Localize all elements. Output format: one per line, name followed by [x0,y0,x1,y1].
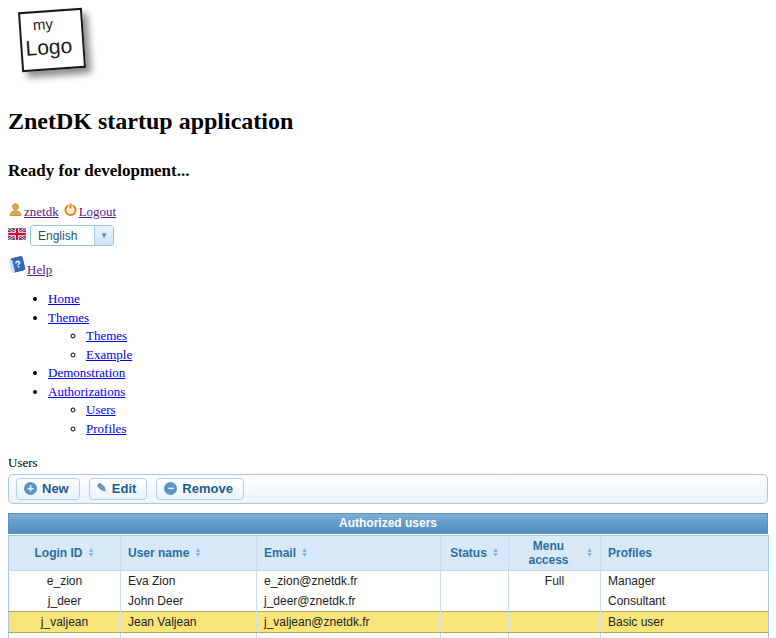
nav-link-home[interactable]: Home [48,291,80,306]
user-icon [8,202,23,221]
nav-item-demonstration: Demonstration [48,365,768,381]
remove-button[interactable]: − Remove [156,478,244,500]
language-row: English ▼ [8,225,768,246]
nav-item-authorizations-users: Users [86,402,768,418]
sort-icon: ▲▼ [194,548,201,557]
nav-link-authorizations[interactable]: Authorizations [48,384,125,399]
nav-link-themes-example[interactable]: Example [86,347,132,362]
nav-link-themes[interactable]: Themes [48,310,89,325]
sort-icon: ▲▼ [88,548,95,557]
plus-circle-icon: + [24,482,37,495]
header-row: Login ID ▲▼ User name ▲▼ Email ▲▼ Status… [9,535,769,570]
cell-user-name: Eva Zion [121,570,257,591]
cell-status [441,570,509,591]
users-table: Login ID ▲▼ User name ▲▼ Email ▲▼ Status… [8,535,769,638]
language-select[interactable]: English ▼ [30,225,114,246]
table-body: e_zion Eva Zion e_zion@znetdk.fr Full Ma… [9,570,769,638]
sort-icon: ▲▼ [586,548,593,557]
nav-sub-themes: Themes Example [48,328,768,363]
cell-login-id: j_valjean [9,611,121,632]
username-link[interactable]: znetdk [24,204,59,220]
logo-line2: Logo [25,33,84,61]
logout-link[interactable]: Logout [79,204,117,220]
main-nav: Home Themes Themes Example Demonstration… [8,291,768,437]
nav-item-themes-themes: Themes [86,328,768,344]
cell-user-name: Pascal Martinez [121,632,257,638]
column-header-profiles: Profiles [601,535,769,570]
chevron-down-icon: ▼ [100,231,108,240]
language-dropdown-button[interactable]: ▼ [94,226,113,245]
column-label: Profiles [608,546,652,560]
cell-profiles: Consultant [601,591,769,612]
nav-link-themes-themes[interactable]: Themes [86,328,127,343]
table-row-p-martinez[interactable]: p_martinez Pascal Martinez p_martinez@zn… [9,632,769,638]
nav-item-authorizations: Authorizations Users Profiles [48,384,768,437]
cell-menu-access [509,591,601,612]
cell-status [441,591,509,612]
table-row-j-deer[interactable]: j_deer John Deer j_deer@znetdk.fr Consul… [9,591,769,612]
edit-button-label: Edit [112,481,137,496]
authorized-users-grid: Authorized users Login ID ▲▼ User name ▲… [8,513,768,638]
cell-login-id: e_zion [9,570,121,591]
cell-menu-access [509,611,601,632]
column-label: Login ID [35,546,83,560]
cell-status [441,632,509,638]
cell-login-id: p_martinez [9,632,121,638]
cell-menu-access: Full [509,570,601,591]
page-subtitle: Ready for development... [8,161,768,181]
column-header-status[interactable]: Status ▲▼ [441,535,509,570]
cell-login-id: j_deer [9,591,121,612]
cell-profiles: Manager [601,570,769,591]
cell-menu-access: Full [509,632,601,638]
help-link[interactable]: Help [27,262,52,278]
user-bar: znetdk Logout [8,202,768,221]
nav-item-authorizations-profiles: Profiles [86,421,768,437]
remove-button-label: Remove [182,481,233,496]
cell-user-name: Jean Valjean [121,611,257,632]
users-panel-label: Users [8,455,768,471]
nav-link-profiles[interactable]: Profiles [86,421,126,436]
cell-email: p_martinez@znetdk.fr [257,632,441,638]
cell-profiles: Basic user [601,611,769,632]
logout-power-icon[interactable] [63,202,78,221]
column-label: Status [450,546,487,560]
sort-icon: ▲▼ [301,548,308,557]
logo: my Logo [18,8,86,72]
new-button-label: New [42,481,69,496]
edit-button[interactable]: ✎ Edit [89,478,148,500]
new-button[interactable]: + New [16,478,80,500]
column-label: User name [128,546,189,560]
help-row: ? Help [8,255,768,278]
language-selected-value: English [31,226,94,245]
sort-icon: ▲▼ [492,548,499,557]
column-header-login-id[interactable]: Login ID ▲▼ [9,535,121,570]
cell-user-name: John Deer [121,591,257,612]
nav-item-themes: Themes Themes Example [48,310,768,363]
nav-link-users[interactable]: Users [86,402,116,417]
help-book-icon[interactable]: ? [8,255,27,278]
nav-item-themes-example: Example [86,347,768,363]
column-label: Email [264,546,296,560]
cell-status [441,611,509,632]
table-row-j-valjean-selected[interactable]: j_valjean Jean Valjean j_valjean@znetdk.… [9,611,769,632]
column-label: Menu access [516,539,581,567]
nav-sub-authorizations: Users Profiles [48,402,768,437]
column-header-email[interactable]: Email ▲▼ [257,535,441,570]
page-title: ZnetDK startup application [8,108,768,135]
users-toolbar: + New ✎ Edit − Remove [8,474,768,504]
logo-area: my Logo [8,8,768,88]
grid-caption: Authorized users [8,513,768,534]
table-row-e-zion[interactable]: e_zion Eva Zion e_zion@znetdk.fr Full Ma… [9,570,769,591]
logo-line1: my [32,13,81,33]
uk-flag-icon [8,228,26,244]
cell-email: j_deer@znetdk.fr [257,591,441,612]
nav-link-demonstration[interactable]: Demonstration [48,365,125,380]
table-header: Login ID ▲▼ User name ▲▼ Email ▲▼ Status… [9,535,769,570]
cell-email: j_valjean@znetdk.fr [257,611,441,632]
cell-email: e_zion@znetdk.fr [257,570,441,591]
pencil-icon: ✎ [97,482,107,495]
column-header-menu-access[interactable]: Menu access ▲▼ [509,535,601,570]
nav-item-home: Home [48,291,768,307]
column-header-user-name[interactable]: User name ▲▼ [121,535,257,570]
cell-profiles: Manager, Basic user [601,632,769,638]
